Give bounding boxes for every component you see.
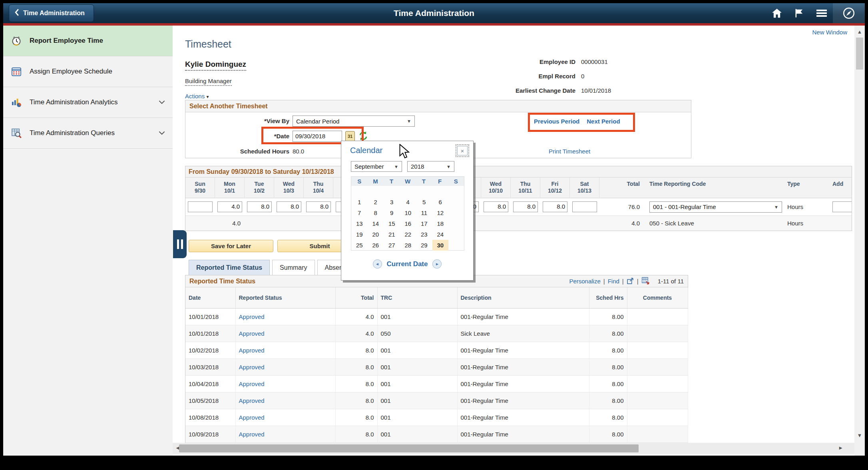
calendar-day[interactable]: 14: [368, 218, 384, 229]
calendar-day[interactable]: 30: [432, 240, 449, 251]
date-prompt-calendar-icon[interactable]: 31: [345, 131, 355, 141]
calendar-day[interactable]: 19: [351, 229, 368, 240]
scroll-down-icon[interactable]: ▼: [854, 432, 865, 438]
sidebar-collapse-handle[interactable]: [173, 230, 187, 258]
calendar-day[interactable]: 15: [384, 218, 400, 229]
calendar-day[interactable]: 26: [368, 240, 384, 251]
tab-summary[interactable]: Summary: [272, 260, 315, 275]
reported-status-link[interactable]: Approved: [239, 431, 265, 438]
table-row: 10/04/2018Approved8.0001001-Regular Time…: [185, 375, 688, 392]
grid-hours-input[interactable]: 8.0: [543, 201, 567, 212]
tab-reported-time-status[interactable]: Reported Time Status: [189, 260, 270, 275]
back-button[interactable]: Time Administration: [9, 4, 94, 22]
actions-label: Actions: [185, 93, 205, 100]
current-date-link[interactable]: Current Date: [387, 260, 428, 268]
reported-status-link[interactable]: Approved: [239, 414, 265, 421]
reported-status-link[interactable]: Approved: [239, 330, 265, 337]
grid-hours-value: [481, 220, 511, 227]
employee-job-link[interactable]: Building Manager: [185, 78, 232, 86]
calendar-month-select[interactable]: September ▼: [351, 161, 402, 172]
trc-column-header: Time Reporting Code: [645, 177, 783, 198]
grid-hours-input[interactable]: 4.0: [217, 201, 242, 212]
grid-hours-input[interactable]: 8.0: [277, 201, 301, 212]
reported-status-link[interactable]: Approved: [239, 347, 265, 354]
download-grid-icon[interactable]: [641, 277, 649, 286]
calendar-day[interactable]: 10: [400, 207, 416, 218]
cell-comments: [627, 392, 688, 409]
find-link[interactable]: Find: [608, 278, 619, 285]
sidebar-item-time-administration-analytics[interactable]: Time Administration Analytics: [3, 87, 173, 118]
horizontal-scroll-thumb[interactable]: [179, 444, 639, 452]
scroll-up-icon[interactable]: ▲: [854, 29, 865, 35]
popout-icon[interactable]: [627, 277, 634, 286]
reported-status-link[interactable]: Approved: [239, 313, 265, 320]
grid-day-header: Wed10/3: [274, 177, 304, 198]
calendar-day[interactable]: 4: [400, 197, 416, 207]
calendar-popup: Calendar × September ▼ 2018 ▼ SMTWTFS 12…: [341, 141, 474, 281]
previous-month-icon[interactable]: ◄: [373, 259, 382, 269]
trc-select[interactable]: 001 - 001-Regular Time ▼: [649, 201, 782, 213]
calendar-day[interactable]: 29: [416, 240, 432, 251]
home-icon[interactable]: [766, 3, 788, 23]
calendar-day[interactable]: 11: [416, 207, 432, 218]
cell-trc: 001: [377, 358, 457, 375]
new-window-link[interactable]: New Window: [812, 29, 847, 36]
grid-hours-input[interactable]: 8.0: [484, 201, 508, 212]
calendar-day[interactable]: 5: [416, 197, 432, 207]
calendar-day[interactable]: 8: [368, 207, 384, 218]
sidebar-item-assign-employee-schedule[interactable]: Assign Employee Schedule: [3, 56, 173, 87]
horizontal-scrollbar[interactable]: ◄ ►: [173, 443, 854, 454]
calendar-day[interactable]: 7: [351, 207, 368, 218]
print-timesheet-link[interactable]: Print Timesheet: [549, 148, 590, 155]
date-input[interactable]: 09/30/2018: [293, 131, 342, 142]
previous-period-link[interactable]: Previous Period: [534, 118, 579, 125]
calendar-day[interactable]: 3: [384, 197, 400, 207]
calendar-day[interactable]: 13: [351, 218, 368, 229]
scroll-right-icon[interactable]: ►: [838, 445, 843, 451]
calendar-day[interactable]: 2: [368, 197, 384, 207]
calendar-day[interactable]: 22: [400, 229, 416, 240]
calendar-day[interactable]: 27: [384, 240, 400, 251]
menu-icon[interactable]: [810, 3, 833, 23]
calendar-day[interactable]: 24: [432, 229, 449, 240]
calendar-day[interactable]: 17: [416, 218, 432, 229]
employee-name-link[interactable]: Kylie Dominguez: [185, 60, 246, 71]
calendar-day[interactable]: 20: [368, 229, 384, 240]
grid-hours-input[interactable]: [188, 201, 213, 212]
calendar-year-select[interactable]: 2018 ▼: [407, 161, 454, 172]
flag-icon[interactable]: [788, 3, 810, 23]
grid-hours-input[interactable]: 8.0: [306, 201, 331, 212]
calendar-day[interactable]: 28: [400, 240, 416, 251]
calendar-footer: ◄ Current Date ►: [341, 259, 473, 269]
view-by-select[interactable]: Calendar Period ▼: [293, 116, 415, 127]
reported-status-link[interactable]: Approved: [239, 364, 265, 370]
calendar-day[interactable]: 12: [432, 207, 449, 218]
calendar-day[interactable]: 18: [432, 218, 449, 229]
next-period-link[interactable]: Next Period: [587, 118, 620, 125]
add-input[interactable]: [832, 201, 852, 212]
grid-hours-input[interactable]: 8.0: [513, 201, 538, 212]
navbar-compass-icon[interactable]: [833, 3, 865, 23]
close-icon: ×: [461, 147, 464, 154]
reported-status-link[interactable]: Approved: [239, 397, 265, 404]
sidebar-item-time-administration-queries[interactable]: Time Administration Queries: [3, 118, 173, 149]
calendar-day[interactable]: 23: [416, 229, 432, 240]
calendar-day[interactable]: 6: [432, 197, 449, 207]
calendar-day[interactable]: 21: [384, 229, 400, 240]
actions-menu[interactable]: Actions ▾: [185, 93, 209, 100]
sidebar-item-report-employee-time[interactable]: Report Employee Time: [3, 26, 173, 56]
vertical-scroll-thumb[interactable]: [856, 38, 863, 70]
calendar-close-button[interactable]: ×: [457, 146, 468, 155]
vertical-scrollbar[interactable]: ▲ ▼: [854, 26, 865, 456]
calendar-day[interactable]: 9: [384, 207, 400, 218]
reported-status-link[interactable]: Approved: [239, 380, 265, 387]
next-month-icon[interactable]: ►: [432, 259, 442, 269]
calendar-day[interactable]: 1: [351, 197, 368, 207]
calendar-day[interactable]: 25: [351, 240, 368, 251]
personalize-link[interactable]: Personalize: [569, 278, 600, 285]
save-for-later-button[interactable]: Save for Later: [189, 240, 273, 252]
cell-comments: [627, 325, 688, 342]
grid-hours-input[interactable]: [572, 201, 597, 212]
grid-hours-input[interactable]: 8.0: [247, 201, 272, 212]
calendar-day[interactable]: 16: [400, 218, 416, 229]
